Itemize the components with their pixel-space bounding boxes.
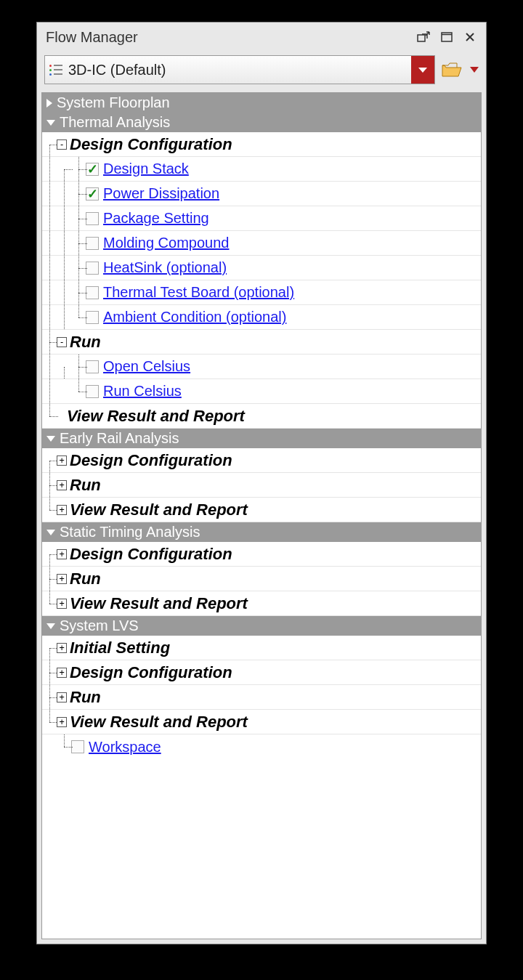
checkbox-icon[interactable] bbox=[86, 286, 99, 299]
section-title: System LVS bbox=[60, 617, 139, 634]
node-label: View Result and Report bbox=[70, 501, 248, 519]
window-title: Flow Manager bbox=[46, 29, 138, 46]
expand-icon[interactable]: + bbox=[57, 692, 67, 702]
item-label[interactable]: Thermal Test Board (optional) bbox=[103, 284, 294, 301]
expand-icon[interactable]: + bbox=[57, 668, 67, 678]
toolbar: 3D-IC (Default) bbox=[37, 52, 486, 88]
tree-node-run[interactable]: + Run bbox=[42, 567, 481, 591]
tree-node-view-result[interactable]: + View Result and Report bbox=[42, 710, 481, 734]
section-early-rail-analysis[interactable]: Early Rail Analysis bbox=[42, 429, 481, 448]
checkbox-icon[interactable] bbox=[86, 262, 99, 275]
checkbox-icon[interactable] bbox=[86, 311, 99, 324]
node-label: Run bbox=[70, 476, 101, 495]
node-label: Design Configuration bbox=[70, 545, 232, 564]
list-icon bbox=[49, 63, 62, 76]
maximize-icon[interactable] bbox=[437, 28, 457, 46]
node-label: View Result and Report bbox=[67, 407, 245, 426]
expand-icon[interactable]: + bbox=[57, 599, 67, 609]
tree-item-workspace[interactable]: Workspace bbox=[42, 734, 481, 759]
node-label: Design Configuration bbox=[70, 451, 232, 470]
item-label[interactable]: Ambient Condition (optional) bbox=[103, 309, 286, 325]
section-static-timing-analysis[interactable]: Static Timing Analysis bbox=[42, 522, 481, 542]
expand-icon[interactable]: + bbox=[57, 717, 67, 727]
expand-icon[interactable]: + bbox=[57, 643, 67, 653]
chevron-down-icon bbox=[46, 120, 55, 126]
checkbox-icon[interactable] bbox=[86, 212, 99, 225]
dropdown-arrow-icon[interactable] bbox=[470, 67, 479, 73]
tree-node-run[interactable]: + Run bbox=[42, 685, 481, 710]
expand-icon[interactable]: + bbox=[57, 549, 67, 559]
flow-select-dropdown[interactable]: 3D-IC (Default) bbox=[44, 55, 435, 84]
chevron-right-icon bbox=[46, 99, 52, 108]
tree-node-run[interactable]: + Run bbox=[42, 473, 481, 498]
node-label: View Result and Report bbox=[70, 713, 248, 732]
item-label[interactable]: Molding Compound bbox=[103, 235, 229, 251]
tree-node-initial-setting[interactable]: + Initial Setting bbox=[42, 636, 481, 660]
svg-rect-0 bbox=[418, 35, 425, 41]
tree-node-design-configuration[interactable]: + Design Configuration bbox=[42, 542, 481, 567]
tree-item-ambient-condition[interactable]: Ambient Condition (optional) bbox=[42, 305, 481, 330]
node-label: Design Configuration bbox=[70, 663, 232, 682]
expand-icon[interactable]: + bbox=[57, 455, 67, 466]
flow-manager-panel: Flow Manager 3D-IC (Default) bbox=[36, 22, 487, 944]
chevron-down-icon bbox=[46, 623, 55, 629]
tree-item-design-stack[interactable]: Design Stack bbox=[42, 157, 481, 182]
tree-item-molding-compound[interactable]: Molding Compound bbox=[42, 231, 481, 256]
item-label[interactable]: Open Celsius bbox=[103, 358, 190, 375]
tree-item-power-dissipation[interactable]: Power Dissipation bbox=[42, 182, 481, 206]
tree-node-design-configuration[interactable]: + Design Configuration bbox=[42, 448, 481, 473]
item-label[interactable]: HeatSink (optional) bbox=[103, 259, 227, 276]
chevron-down-icon[interactable] bbox=[411, 56, 434, 84]
section-system-floorplan[interactable]: System Floorplan bbox=[42, 93, 481, 113]
item-label[interactable]: Package Setting bbox=[103, 210, 209, 227]
section-thermal-analysis[interactable]: Thermal Analysis bbox=[42, 113, 481, 132]
section-title: Thermal Analysis bbox=[60, 114, 170, 131]
tree-node-design-configuration[interactable]: - Design Configuration bbox=[42, 132, 481, 157]
tree-item-run-celsius[interactable]: Run Celsius bbox=[42, 379, 481, 404]
titlebar: Flow Manager bbox=[37, 23, 486, 52]
node-label: Design Configuration bbox=[70, 135, 232, 154]
dropdown-value: 3D-IC (Default) bbox=[68, 62, 166, 78]
expand-icon[interactable]: + bbox=[57, 480, 67, 490]
item-label[interactable]: Design Stack bbox=[103, 161, 189, 177]
section-title: Static Timing Analysis bbox=[60, 524, 200, 540]
checkbox-icon[interactable] bbox=[86, 187, 99, 201]
node-label: Run bbox=[70, 333, 101, 352]
tree-item-open-celsius[interactable]: Open Celsius bbox=[42, 355, 481, 379]
tree-node-view-result[interactable]: + View Result and Report bbox=[42, 498, 481, 522]
chevron-down-icon bbox=[46, 436, 55, 442]
tree-node-view-result[interactable]: View Result and Report bbox=[42, 404, 481, 429]
collapse-icon[interactable]: - bbox=[57, 337, 67, 347]
checkbox-icon[interactable] bbox=[86, 163, 99, 176]
checkbox-icon[interactable] bbox=[86, 385, 99, 398]
item-label[interactable]: Workspace bbox=[89, 739, 161, 756]
node-label: Run bbox=[70, 688, 101, 707]
section-system-lvs[interactable]: System LVS bbox=[42, 616, 481, 636]
section-title: Early Rail Analysis bbox=[60, 430, 179, 447]
node-label: Initial Setting bbox=[70, 639, 170, 657]
collapse-icon[interactable]: - bbox=[57, 139, 67, 150]
tree-item-heatsink[interactable]: HeatSink (optional) bbox=[42, 256, 481, 280]
open-folder-icon[interactable] bbox=[441, 61, 463, 78]
tree-item-package-setting[interactable]: Package Setting bbox=[42, 206, 481, 231]
tree-node-design-configuration[interactable]: + Design Configuration bbox=[42, 660, 481, 685]
chevron-down-icon bbox=[46, 530, 55, 535]
checkbox-icon[interactable] bbox=[71, 740, 84, 753]
item-label[interactable]: Power Dissipation bbox=[103, 185, 219, 202]
section-title: System Floorplan bbox=[57, 94, 170, 111]
item-label[interactable]: Run Celsius bbox=[103, 383, 182, 400]
tree-item-thermal-test-board[interactable]: Thermal Test Board (optional) bbox=[42, 280, 481, 305]
checkbox-icon[interactable] bbox=[86, 237, 99, 250]
node-label: View Result and Report bbox=[70, 594, 248, 613]
expand-icon[interactable]: + bbox=[57, 574, 67, 584]
tree-node-view-result[interactable]: + View Result and Report bbox=[42, 591, 481, 616]
checkbox-icon[interactable] bbox=[86, 360, 99, 373]
undock-icon[interactable] bbox=[413, 28, 434, 46]
expand-icon[interactable]: + bbox=[57, 505, 67, 515]
tree-node-run[interactable]: - Run bbox=[42, 330, 481, 355]
node-label: Run bbox=[70, 570, 101, 588]
close-icon[interactable] bbox=[460, 28, 480, 46]
tree: System Floorplan Thermal Analysis - Desi… bbox=[41, 92, 482, 939]
